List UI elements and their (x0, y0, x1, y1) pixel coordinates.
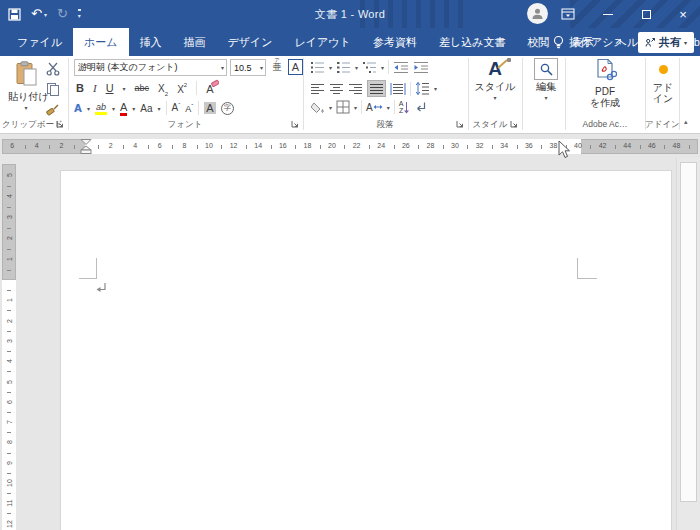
share-dropdown-icon: ▾ (684, 39, 687, 46)
document-page[interactable] (60, 170, 672, 530)
numbering-icon[interactable] (336, 61, 351, 74)
shading-dropdown-icon[interactable]: ▾ (329, 104, 332, 111)
formatting-marks-icon[interactable] (414, 101, 427, 113)
character-scaling-button[interactable]: A (366, 102, 383, 113)
ruler-number: 4 (35, 142, 39, 149)
vruler-number: 6 (6, 400, 13, 404)
collapse-ribbon-button[interactable]: ▴ (684, 118, 688, 126)
vruler-tick (7, 351, 11, 352)
share-button[interactable]: 共有 ▾ (638, 32, 694, 53)
underline-dropdown-icon[interactable]: ▾ (123, 85, 126, 92)
enclose-characters-button[interactable]: 字 (221, 102, 234, 115)
tell-me-assistant[interactable]: 操作アシスト (552, 28, 621, 56)
bullets-dropdown-icon[interactable]: ▾ (329, 64, 332, 71)
multilevel-list-icon[interactable] (362, 61, 377, 74)
vertical-scrollbar[interactable] (676, 158, 700, 530)
increase-indent-icon[interactable] (413, 61, 429, 74)
font-color-dropdown-icon[interactable]: ▾ (132, 105, 135, 112)
justify-button-selected[interactable] (367, 80, 386, 97)
tab-7[interactable]: 差し込み文書 (428, 28, 517, 56)
line-spacing-dropdown-icon[interactable]: ▾ (434, 85, 437, 92)
character-border-button[interactable]: A (288, 59, 303, 75)
editing-button[interactable]: 編集 ▾ (529, 58, 563, 101)
create-pdf-button[interactable]: PDF を作成 (575, 58, 635, 108)
align-center-icon[interactable] (329, 83, 344, 95)
styles-dialog-launcher-icon[interactable] (510, 120, 519, 129)
bold-button[interactable]: B (76, 82, 84, 94)
strikethrough-button[interactable]: abc (135, 83, 150, 93)
phonetic-guide-button[interactable]: ア 亜 (271, 58, 283, 72)
format-painter-brush-icon (46, 102, 60, 116)
font-color-button[interactable]: A (120, 101, 127, 116)
indent-markers[interactable] (80, 139, 92, 154)
change-case-dropdown-icon[interactable]: ▾ (158, 105, 161, 112)
tab-0[interactable]: ファイル (6, 28, 73, 56)
paragraph-dialog-launcher-icon[interactable] (456, 120, 465, 129)
ruler-number: 4 (133, 142, 137, 149)
tab-6[interactable]: 参考資料 (362, 28, 428, 56)
line-spacing-icon[interactable] (415, 82, 430, 95)
paste-button[interactable]: 貼り付け ▾ (8, 60, 44, 116)
tab-3[interactable]: 描画 (173, 28, 217, 56)
shrink-font-button[interactable]: Aˇ (185, 103, 193, 114)
numbering-dropdown-icon[interactable]: ▾ (355, 64, 358, 71)
ruler-number: 20 (328, 142, 336, 149)
highlight-dropdown-icon[interactable]: ▾ (112, 105, 115, 112)
horizontal-ruler[interactable]: 6422468101214161820222426283032343638404… (0, 139, 700, 154)
font-name-combo[interactable]: 游明朝 (本文のフォント) ▾ (74, 59, 227, 76)
grow-font-button[interactable]: Aˆ (172, 102, 181, 113)
ruler-tick (25, 145, 26, 149)
mini-separator (394, 100, 395, 114)
maximize-button[interactable] (629, 0, 663, 28)
cut-button[interactable] (46, 62, 60, 80)
italic-button[interactable]: I (93, 82, 97, 94)
vertical-ruler[interactable]: 54321123456789101112 (2, 164, 16, 530)
tab-2[interactable]: 挿入 (129, 28, 173, 56)
scaling-dropdown-icon[interactable]: ▾ (387, 104, 390, 111)
addin-button[interactable]: アド イン (648, 60, 678, 104)
bullets-icon[interactable] (310, 61, 325, 74)
styles-button[interactable]: A スタイル ▾ (472, 58, 518, 101)
ruler-number: 18 (303, 142, 311, 149)
subscript-button[interactable]: X2 (158, 78, 168, 97)
tab-4[interactable]: デザイン (217, 28, 284, 56)
ruler-tick (689, 145, 690, 149)
clear-formatting-button[interactable]: A (206, 79, 213, 97)
clipboard-dialog-launcher-icon[interactable] (56, 120, 65, 129)
editing-label: 編集 (529, 80, 563, 94)
tab-5[interactable]: レイアウト (284, 28, 362, 56)
distribute-icon[interactable] (390, 83, 406, 95)
eraser-icon (211, 79, 219, 87)
borders-icon[interactable] (336, 100, 350, 114)
decrease-indent-icon[interactable] (393, 61, 409, 74)
align-left-icon[interactable] (310, 83, 325, 95)
vruler-number: 5 (6, 173, 13, 177)
acrobat-pdf-icon (593, 58, 617, 82)
text-effects-button[interactable]: A (74, 102, 82, 114)
minimize-button[interactable] (591, 0, 625, 28)
ribbon-display-options-button[interactable] (551, 0, 585, 28)
superscript-button[interactable]: X2 (177, 79, 187, 97)
account-avatar[interactable] (527, 3, 548, 24)
format-painter-button[interactable] (46, 102, 60, 120)
vruler-tick (7, 249, 11, 250)
font-size-dropdown-icon: ▾ (260, 64, 265, 71)
tab-1[interactable]: ホーム (73, 28, 129, 56)
text-effects-dropdown-icon[interactable]: ▾ (87, 105, 90, 112)
borders-dropdown-icon[interactable]: ▾ (354, 104, 357, 111)
close-button[interactable]: × (666, 0, 700, 28)
font-dialog-launcher-icon[interactable] (291, 120, 300, 129)
shading-bucket-icon[interactable] (310, 101, 325, 114)
sort-button[interactable]: A Z (399, 100, 411, 114)
highlight-color-button[interactable]: ab (95, 102, 107, 115)
addin-line2: イン (648, 93, 678, 104)
paragraph-group-label: 段落 (305, 119, 465, 131)
copy-button[interactable] (46, 82, 60, 100)
multilevel-dropdown-icon[interactable]: ▾ (381, 64, 384, 71)
character-shading-button[interactable]: A (204, 102, 215, 114)
font-size-combo[interactable]: 10.5 ▾ (230, 59, 266, 76)
align-right-icon[interactable] (348, 83, 363, 95)
change-case-button[interactable]: Aa (140, 103, 152, 114)
underline-button[interactable]: U (106, 82, 114, 94)
scrollbar-thumb[interactable] (680, 162, 697, 502)
